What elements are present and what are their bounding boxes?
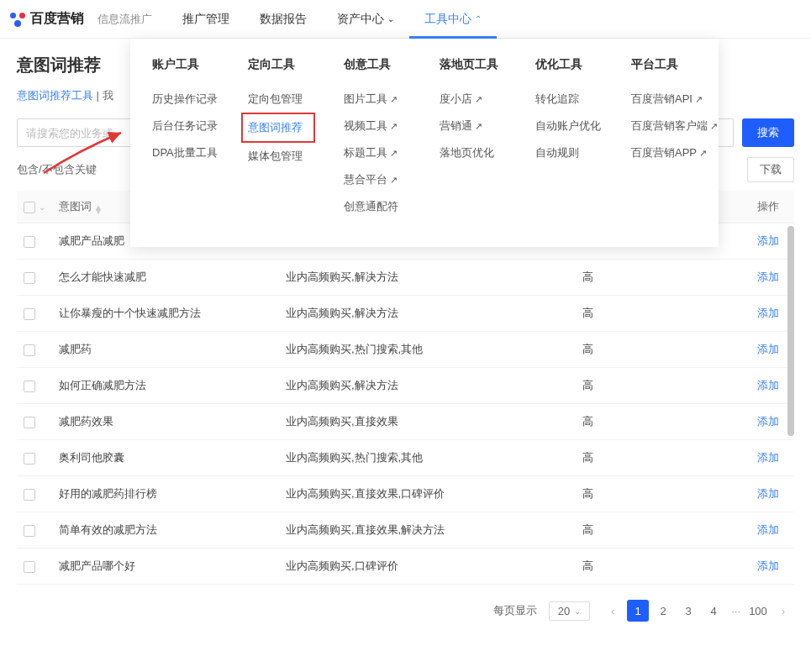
row-checkbox[interactable] — [24, 381, 35, 392]
page-size-select[interactable]: 20 ⌄ — [549, 601, 590, 621]
mega-link[interactable]: 自动账户优化 — [535, 113, 603, 139]
external-link-icon: ↗ — [390, 121, 398, 131]
cell-coverage: 高 — [576, 440, 719, 476]
cell-keyword: 简单有效的减肥方法 — [52, 512, 279, 549]
chevron-down-icon: ⌄ — [574, 606, 581, 616]
pager-page-last[interactable]: 100 — [747, 600, 769, 622]
add-link[interactable]: 添加 — [757, 451, 779, 464]
pager-page[interactable]: 2 — [652, 600, 674, 622]
cell-type: 业内高频购买,解决方法 — [279, 296, 576, 332]
col-keyword[interactable]: 意图词 — [59, 200, 92, 213]
external-link-icon: ↗ — [390, 148, 398, 158]
mega-link[interactable]: 历史操作记录 — [152, 86, 219, 113]
cell-keyword: 好用的减肥药排行榜 — [52, 476, 279, 512]
mega-link[interactable]: 落地页优化 — [440, 139, 507, 166]
brand-logo[interactable]: 百度营销 — [8, 10, 84, 28]
cell-type: 业内高频购买,热门搜索,其他 — [279, 440, 576, 476]
table-row: 好用的减肥药排行榜业内高频购买,直接效果,口碑评价高添加 — [17, 476, 794, 512]
chevron-up-icon: ⌃ — [475, 14, 482, 24]
mega-link[interactable]: 度小店↗ — [440, 86, 507, 113]
cell-keyword: 减肥药 — [52, 332, 279, 368]
pager-page[interactable]: 4 — [703, 600, 724, 622]
add-link[interactable]: 添加 — [757, 559, 779, 572]
pager-next[interactable]: › — [772, 600, 794, 622]
add-link[interactable]: 添加 — [757, 307, 779, 319]
chevron-down-icon[interactable]: ⌄ — [39, 202, 45, 212]
nav-label: 资产中心 — [337, 12, 384, 27]
external-link-icon: ↗ — [710, 121, 718, 131]
row-checkbox[interactable] — [24, 344, 35, 356]
external-link-icon: ↗ — [475, 121, 482, 131]
scrollbar-thumb[interactable] — [787, 226, 794, 436]
add-link[interactable]: 添加 — [757, 234, 779, 247]
external-link-icon: ↗ — [390, 175, 398, 185]
pager-page[interactable]: 1 — [627, 600, 649, 622]
table-row: 奥利司他胶囊业内高频购买,热门搜索,其他高添加 — [17, 440, 794, 476]
table-row: 减肥药业内高频购买,热门搜索,其他高添加 — [17, 332, 794, 368]
external-link-icon: ↗ — [390, 94, 398, 104]
add-link[interactable]: 添加 — [757, 270, 779, 283]
add-link[interactable]: 添加 — [757, 487, 779, 500]
row-checkbox[interactable] — [24, 272, 35, 284]
row-checkbox[interactable] — [24, 417, 35, 428]
nav-item-tools[interactable]: 工具中心⌃ — [409, 0, 497, 39]
table-row: 减肥产品哪个好业内高频购买,口碑评价高添加 — [17, 549, 794, 585]
mega-link[interactable]: 转化追踪 — [535, 86, 603, 113]
nav-item-promo[interactable]: 推广管理 — [167, 0, 245, 39]
row-checkbox[interactable] — [24, 489, 35, 501]
mega-col-head: 平台工具 — [631, 57, 698, 72]
chevron-down-icon: ⌄ — [387, 14, 394, 24]
mega-link[interactable]: 慧合平台↗ — [344, 166, 411, 193]
row-checkbox[interactable] — [24, 525, 35, 537]
download-button[interactable]: 下载 — [747, 157, 794, 182]
cell-type: 业内高频购买,解决方法 — [279, 368, 576, 404]
mega-col-head: 优化工具 — [535, 57, 603, 72]
cell-type: 业内高频购买,解决方法 — [279, 260, 576, 296]
breadcrumb-tool-link[interactable]: 意图词推荐工具 — [17, 89, 93, 102]
mega-link[interactable]: 百度营销APP↗ — [631, 139, 698, 166]
pager-prev[interactable]: ‹ — [602, 600, 624, 622]
mega-link[interactable]: 定向包管理 — [248, 86, 315, 113]
cell-coverage: 高 — [576, 512, 719, 549]
table-row: 减肥药效果业内高频购买,直接效果高添加 — [17, 404, 794, 440]
mega-link[interactable]: 自动规则 — [535, 139, 603, 166]
pager-page[interactable]: 3 — [677, 600, 699, 622]
cell-type: 业内高频购买,直接效果,解决方法 — [279, 512, 576, 549]
nav-item-assets[interactable]: 资产中心⌄ — [322, 0, 409, 39]
select-all-checkbox[interactable] — [24, 202, 35, 213]
mega-link[interactable]: DPA批量工具 — [152, 139, 219, 166]
cell-type: 业内高频购买,口碑评价 — [279, 549, 576, 585]
brand-name: 百度营销 — [30, 10, 84, 28]
mega-link[interactable]: 百度营销客户端↗ — [631, 113, 698, 139]
cell-type: 业内高频购买,直接效果,口碑评价 — [279, 476, 576, 512]
mega-link[interactable]: 标题工具↗ — [344, 139, 411, 166]
add-link[interactable]: 添加 — [757, 523, 779, 536]
cell-keyword: 减肥药效果 — [52, 404, 279, 440]
brand-subtitle: 信息流推广 — [97, 12, 152, 27]
row-checkbox[interactable] — [24, 453, 35, 465]
mega-link[interactable]: 媒体包管理 — [248, 143, 315, 170]
results-table: ⌄ 意图词▲▼ 类型▼ 流量覆盖▲▼▼ 操作 减肥产品减肥业内高频购买,其他高添… — [17, 191, 794, 585]
nav-item-reports[interactable]: 数据报告 — [245, 0, 322, 39]
table-container: ⌄ 意图词▲▼ 类型▼ 流量覆盖▲▼▼ 操作 减肥产品减肥业内高频购买,其他高添… — [17, 191, 794, 585]
add-link[interactable]: 添加 — [757, 379, 779, 391]
keyword-filter-pill[interactable]: 包含/不包含关键 — [17, 162, 97, 177]
row-checkbox[interactable] — [24, 308, 35, 320]
mega-link[interactable]: 百度营销API↗ — [631, 86, 698, 113]
sort-icon[interactable]: ▲▼ — [94, 205, 103, 213]
search-button[interactable]: 搜索 — [742, 118, 794, 147]
mega-link[interactable]: 营销通↗ — [440, 113, 507, 139]
mega-link[interactable]: 视频工具↗ — [344, 113, 411, 139]
mega-link[interactable]: 意图词推荐 — [241, 113, 315, 143]
add-link[interactable]: 添加 — [757, 343, 779, 355]
cell-coverage: 高 — [576, 296, 719, 332]
pager: ‹1234···100› — [602, 600, 794, 622]
mega-link[interactable]: 图片工具↗ — [344, 86, 411, 113]
mega-col-head: 定向工具 — [248, 57, 315, 72]
mega-link[interactable]: 后台任务记录 — [152, 113, 219, 139]
mega-link[interactable]: 创意通配符 — [344, 193, 411, 220]
row-checkbox[interactable] — [24, 236, 35, 248]
table-row: 如何正确减肥方法业内高频购买,解决方法高添加 — [17, 368, 794, 404]
add-link[interactable]: 添加 — [757, 415, 779, 428]
row-checkbox[interactable] — [24, 561, 35, 573]
